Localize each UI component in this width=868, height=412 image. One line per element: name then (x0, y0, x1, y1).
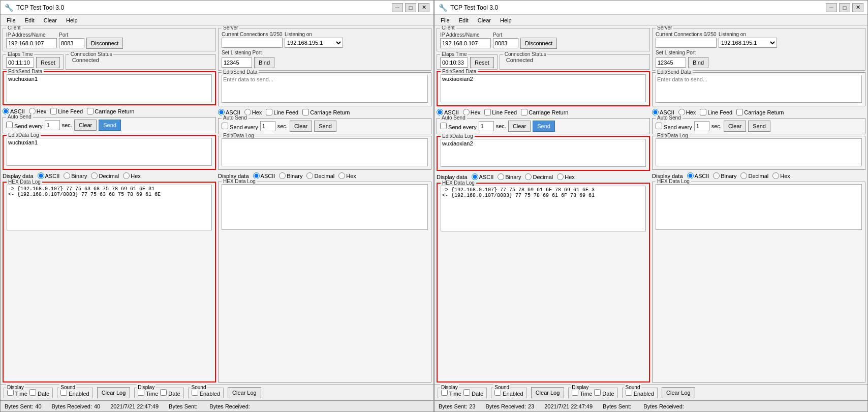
display-ascii-radio-1[interactable] (38, 172, 44, 179)
display-hex-radio-1[interactable] (123, 172, 130, 179)
time-check-label-2[interactable]: Time (441, 389, 461, 397)
server-linefeed-check-label-2[interactable]: Line Feed (700, 109, 732, 115)
linefeed-check-label-2[interactable]: Line Feed (484, 109, 517, 115)
server-clear-button-1[interactable]: Clear (290, 121, 312, 132)
server-display-decimal-label-1[interactable]: Decimal (306, 172, 334, 179)
maximize-button-1[interactable]: □ (405, 3, 416, 12)
server-cr-check-2[interactable] (736, 109, 743, 115)
hex-log-textarea-1[interactable] (7, 185, 212, 230)
server-display-binary-label-1[interactable]: Binary (279, 172, 302, 179)
hex-log-textarea-2[interactable] (441, 186, 646, 231)
send-interval-2[interactable] (479, 121, 494, 131)
server-send-every-check-1[interactable] (222, 123, 228, 129)
date-check-2[interactable] (463, 389, 470, 396)
date-check-1[interactable] (29, 389, 36, 396)
close-button-2[interactable]: ✕ (852, 3, 863, 12)
menu-clear-1[interactable]: Clear (40, 16, 61, 24)
display-binary-label-2[interactable]: Binary (498, 173, 521, 180)
cr-check-2[interactable] (521, 109, 528, 115)
edit-send-textarea-2[interactable]: wuxiaoxian2 (441, 74, 646, 102)
elaps-time-2[interactable] (440, 57, 468, 68)
server-send-every-check-label-1[interactable]: Send every (222, 123, 258, 130)
cr-check-label-1[interactable]: Carriage Return (87, 108, 134, 114)
listening-select-1[interactable]: 192.168.195.1 (285, 38, 343, 48)
maximize-button-2[interactable]: □ (839, 3, 850, 12)
display-ascii-label-1[interactable]: ASCII (38, 172, 60, 179)
linefeed-check-label-1[interactable]: Line Feed (50, 108, 83, 114)
edit-data-log-textarea-2[interactable]: wuxiaoxian2 (441, 139, 646, 167)
elaps-time-1[interactable] (6, 57, 34, 68)
display-decimal-label-2[interactable]: Decimal (525, 173, 553, 180)
ip-input-2[interactable] (440, 38, 491, 48)
server-display-binary-radio-1[interactable] (279, 172, 286, 179)
display-decimal-radio-2[interactable] (525, 173, 532, 180)
server-date-check-1[interactable] (160, 389, 167, 396)
server-display-decimal-label-2[interactable]: Decimal (740, 172, 768, 179)
server-send-button-1[interactable]: Send (314, 121, 336, 132)
server-linefeed-check-label-1[interactable]: Line Feed (266, 109, 298, 115)
server-display-decimal-radio-2[interactable] (740, 172, 747, 179)
clear-button-2[interactable]: Clear (508, 121, 531, 132)
clear-log-button-2[interactable]: Clear Log (531, 387, 565, 398)
linefeed-check-2[interactable] (484, 109, 491, 115)
enabled-check-label-1[interactable]: Enabled (60, 389, 89, 397)
server-send-button-2[interactable]: Send (748, 121, 770, 132)
menu-file-1[interactable]: File (3, 16, 20, 24)
set-port-input-1[interactable] (222, 57, 252, 68)
server-edit-send-textarea-1[interactable] (222, 75, 428, 103)
close-button-1[interactable]: ✕ (418, 3, 429, 12)
menu-help-1[interactable]: Help (62, 16, 82, 24)
server-display-hex-radio-2[interactable] (772, 172, 779, 179)
menu-clear-2[interactable]: Clear (474, 16, 495, 24)
display-binary-label-1[interactable]: Binary (64, 172, 87, 179)
display-ascii-label-2[interactable]: ASCII (472, 173, 494, 180)
listening-select-2[interactable]: 192.168.195.1 (719, 38, 777, 48)
edit-data-log-textarea-1[interactable]: wuchuxian1 (7, 138, 212, 166)
server-cr-check-label-2[interactable]: Carriage Return (736, 109, 784, 115)
server-clear-log-button-1[interactable]: Clear Log (228, 387, 261, 398)
server-display-decimal-radio-1[interactable] (306, 172, 313, 179)
server-date-check-2[interactable] (594, 389, 601, 396)
display-binary-radio-1[interactable] (64, 172, 70, 179)
server-linefeed-check-1[interactable] (266, 109, 272, 115)
server-edit-data-log-textarea-1[interactable] (222, 138, 428, 166)
bind-button-1[interactable]: Bind (254, 57, 274, 68)
minimize-button-1[interactable]: ─ (392, 3, 403, 12)
server-date-check-label-2[interactable]: Date (594, 389, 614, 397)
display-decimal-label-1[interactable]: Decimal (91, 172, 119, 179)
port-input-2[interactable] (493, 38, 518, 48)
send-every-check-label-1[interactable]: Send every (6, 122, 43, 129)
clear-log-button-1[interactable]: Clear Log (97, 387, 131, 398)
reset-button-1[interactable]: Reset (36, 57, 60, 68)
cr-check-1[interactable] (87, 108, 94, 114)
server-hex-log-textarea-2[interactable] (656, 184, 862, 230)
server-time-check-label-2[interactable]: Time (572, 389, 592, 397)
date-check-label-1[interactable]: Date (29, 389, 49, 397)
server-cr-check-label-1[interactable]: Carriage Return (302, 109, 350, 115)
time-check-label-1[interactable]: Time (7, 389, 27, 397)
server-send-interval-1[interactable] (260, 121, 275, 131)
minimize-button-2[interactable]: ─ (826, 3, 837, 12)
server-clear-log-button-2[interactable]: Clear Log (662, 387, 695, 398)
server-display-hex-label-2[interactable]: Hex (772, 172, 790, 179)
server-display-binary-radio-2[interactable] (713, 172, 720, 179)
date-check-label-2[interactable]: Date (463, 389, 483, 397)
send-interval-1[interactable] (45, 120, 60, 130)
connections-input-1[interactable] (222, 38, 283, 48)
server-display-hex-radio-1[interactable] (338, 172, 345, 179)
server-send-interval-2[interactable] (694, 121, 709, 131)
server-clear-button-2[interactable]: Clear (724, 121, 746, 132)
server-enabled-check-label-1[interactable]: Enabled (192, 389, 220, 397)
disconnect-button-2[interactable]: Disconnect (520, 38, 557, 49)
menu-file-2[interactable]: File (437, 16, 454, 24)
display-decimal-radio-1[interactable] (91, 172, 98, 179)
edit-send-textarea-1[interactable]: wuchuxian1 (7, 74, 212, 102)
enabled-check-label-2[interactable]: Enabled (494, 389, 523, 397)
server-enabled-check-label-2[interactable]: Enabled (626, 389, 654, 397)
server-send-every-check-2[interactable] (656, 123, 662, 129)
menu-edit-2[interactable]: Edit (455, 16, 473, 24)
server-date-check-label-1[interactable]: Date (160, 389, 180, 397)
display-hex-label-1[interactable]: Hex (123, 172, 141, 179)
server-hex-log-textarea-1[interactable] (222, 184, 428, 230)
server-display-binary-label-2[interactable]: Binary (713, 172, 736, 179)
